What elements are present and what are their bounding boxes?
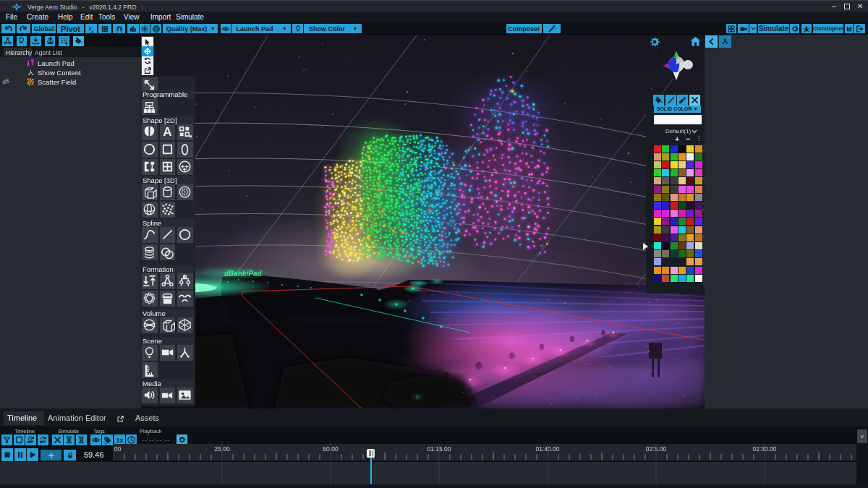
svg-text:A: A (163, 124, 171, 139)
svg-text:#: # (88, 25, 92, 32)
svg-text:00: 00 (114, 445, 122, 453)
